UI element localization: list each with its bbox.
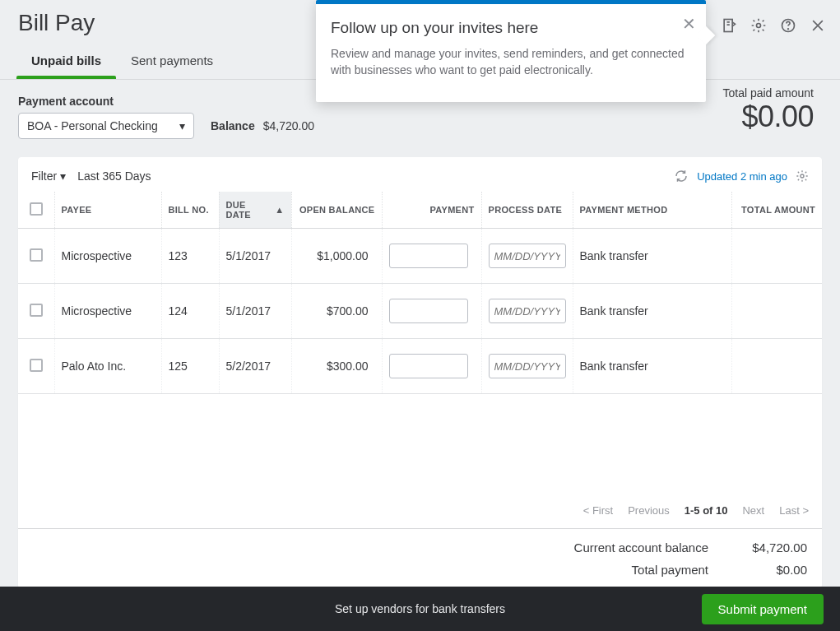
payment-account-label: Payment account: [18, 95, 194, 108]
invites-popup: ✕ Follow up on your invites here Review …: [316, 0, 706, 102]
popup-title: Follow up on your invites here: [331, 19, 688, 37]
current-balance-value: $4,720.00: [741, 541, 807, 554]
page-next[interactable]: Next: [742, 504, 764, 517]
tab-unpaid-bills[interactable]: Unpaid bills: [16, 44, 116, 79]
bills-table: PAYEE BILL NO. DUE DATE▲ OPEN BALANCE PA…: [18, 192, 822, 394]
total-paid-value: $0.00: [722, 100, 814, 134]
gear-icon[interactable]: [750, 16, 768, 35]
cell-bill-no: 125: [161, 339, 219, 394]
payment-input[interactable]: [389, 244, 468, 268]
current-balance-label: Current account balance: [560, 541, 708, 554]
cell-bill-no: 123: [161, 229, 219, 284]
process-date-input[interactable]: [489, 299, 566, 323]
cell-open-balance: $700.00: [291, 284, 382, 339]
col-payee[interactable]: PAYEE: [54, 192, 161, 229]
cell-due-date: 5/1/2017: [219, 229, 291, 284]
table-row: Microspective 124 5/1/2017 $700.00 Bank …: [18, 284, 822, 339]
page-last[interactable]: Last >: [779, 504, 809, 517]
filter-button[interactable]: Filter ▾: [31, 169, 66, 183]
tabs: Unpaid bills Sent payments: [16, 44, 228, 79]
payment-account-value: BOA - Personal Checking: [27, 119, 158, 132]
row-checkbox[interactable]: [30, 359, 43, 372]
cell-total-amount: [731, 284, 822, 339]
cell-payment-method: Bank transfer: [573, 284, 731, 339]
cell-due-date: 5/2/2017: [219, 339, 291, 394]
payment-account-select[interactable]: BOA - Personal Checking ▾: [18, 113, 194, 139]
page-range: 1-5 of 10: [685, 504, 728, 517]
balance-value: $4,720.00: [263, 119, 314, 132]
refresh-icon[interactable]: [674, 169, 689, 183]
pagination: < First Previous 1-5 of 10 Next Last >: [18, 493, 822, 528]
tab-sent-payments[interactable]: Sent payments: [116, 44, 228, 79]
svg-point-3: [788, 29, 789, 30]
col-due-date[interactable]: DUE DATE▲: [219, 192, 291, 229]
cell-bill-no: 124: [161, 284, 219, 339]
page-title: Bill Pay: [18, 10, 95, 36]
submit-payment-button[interactable]: Submit payment: [702, 594, 824, 624]
cell-payment-method: Bank transfer: [573, 339, 731, 394]
process-date-input[interactable]: [489, 354, 566, 378]
select-all-checkbox[interactable]: [30, 202, 43, 216]
chevron-down-icon: ▾: [179, 119, 185, 132]
cell-open-balance: $1,000.00: [291, 229, 382, 284]
cell-open-balance: $300.00: [291, 339, 382, 394]
total-payment-value: $0.00: [741, 563, 807, 577]
cell-total-amount: [731, 339, 822, 394]
table-row: Microspective 123 5/1/2017 $1,000.00 Ban…: [18, 229, 822, 284]
help-icon[interactable]: [779, 16, 797, 35]
page-previous[interactable]: Previous: [628, 504, 670, 517]
balance-label: Balance: [211, 119, 255, 132]
close-icon[interactable]: [809, 16, 827, 35]
setup-vendors-link[interactable]: Set up vendors for bank transfers: [335, 602, 505, 615]
col-bill-no[interactable]: BILL NO.: [161, 192, 219, 229]
payment-input[interactable]: [389, 299, 468, 323]
svg-point-4: [801, 174, 804, 178]
total-paid-label: Total paid amount: [722, 86, 814, 100]
cell-payee: Microspective: [54, 229, 161, 284]
total-payment-label: Total payment: [560, 563, 708, 577]
filter-range: Last 365 Days: [77, 169, 151, 183]
table-settings-gear-icon[interactable]: [796, 169, 809, 183]
col-payment[interactable]: PAYMENT: [382, 192, 481, 229]
cell-due-date: 5/1/2017: [219, 284, 291, 339]
chevron-down-icon: ▾: [60, 169, 66, 183]
col-total-amount[interactable]: TOTAL AMOUNT: [731, 192, 822, 229]
col-process-date[interactable]: PROCESS DATE: [481, 192, 573, 229]
cell-payee: Microspective: [54, 284, 161, 339]
svg-point-1: [757, 24, 761, 28]
cell-payment-method: Bank transfer: [573, 229, 731, 284]
table-row: Palo Ato Inc. 125 5/2/2017 $300.00 Bank …: [18, 339, 822, 394]
payment-input[interactable]: [389, 354, 468, 378]
sort-asc-icon: ▲: [275, 205, 284, 215]
col-open-balance[interactable]: OPEN BALANCE: [291, 192, 382, 229]
process-date-input[interactable]: [489, 244, 566, 268]
cell-payee: Palo Ato Inc.: [54, 339, 161, 394]
receipt-icon[interactable]: [720, 16, 738, 35]
col-payment-method[interactable]: PAYMENT METHOD: [573, 192, 731, 229]
row-checkbox[interactable]: [30, 248, 43, 262]
row-checkbox[interactable]: [30, 304, 43, 317]
updated-timestamp: Updated 2 min ago: [697, 170, 787, 183]
popup-body: Review and manage your invites, send rem…: [331, 45, 688, 79]
page-first[interactable]: < First: [583, 504, 613, 517]
footer-bar: Set up vendors for bank transfers Submit…: [0, 587, 840, 631]
popup-close-icon[interactable]: ✕: [682, 14, 696, 34]
cell-total-amount: [731, 229, 822, 284]
